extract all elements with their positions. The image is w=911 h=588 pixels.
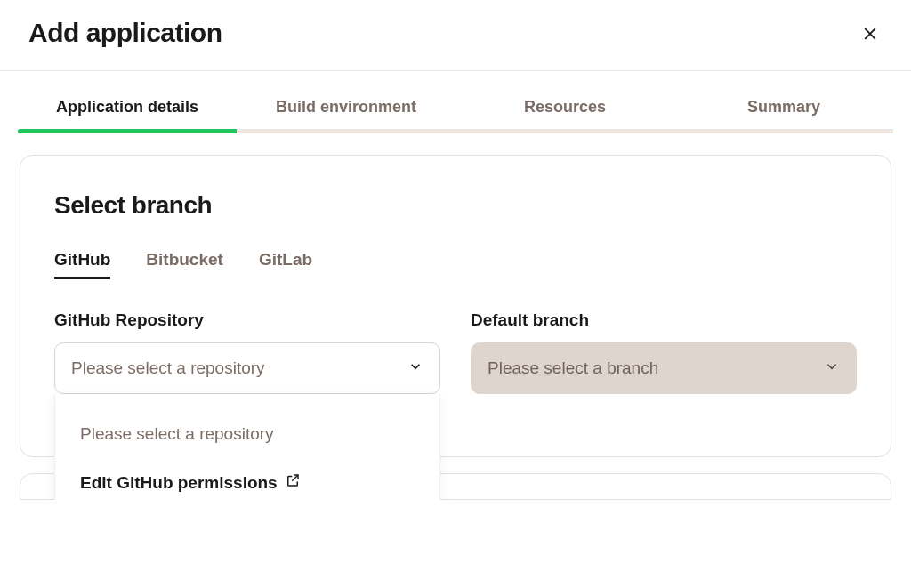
external-link-icon [285, 472, 301, 493]
step-build-environment[interactable]: Build environment [237, 98, 456, 133]
step-bar [674, 129, 893, 133]
select-branch-card: Select branch GitHub Bitbucket GitLab Gi… [20, 155, 891, 457]
step-label: Build environment [276, 98, 416, 129]
step-label: Resources [524, 98, 606, 129]
step-label: Summary [747, 98, 820, 129]
repository-label: GitHub Repository [54, 310, 440, 330]
close-button[interactable] [858, 21, 883, 49]
tab-github[interactable]: GitHub [54, 250, 110, 278]
card-title: Select branch [54, 191, 857, 220]
close-icon [861, 32, 879, 45]
repository-dropdown: Please select a repository Edit GitHub p… [54, 394, 440, 500]
step-bar [456, 129, 674, 133]
step-summary[interactable]: Summary [674, 98, 893, 133]
stepper: Application details Build environment Re… [0, 98, 911, 133]
branch-label: Default branch [471, 310, 857, 330]
repository-select-placeholder: Please select a repository [71, 358, 265, 378]
tab-bitbucket[interactable]: Bitbucket [146, 250, 223, 278]
tab-gitlab[interactable]: GitLab [259, 250, 312, 278]
step-label: Application details [56, 98, 198, 129]
repository-select[interactable]: Please select a repository [54, 342, 440, 394]
step-application-details[interactable]: Application details [18, 98, 237, 133]
branch-select[interactable]: Please select a branch [471, 342, 857, 394]
step-resources[interactable]: Resources [456, 98, 674, 133]
chevron-down-icon [824, 358, 840, 379]
dropdown-placeholder: Please select a repository [55, 414, 439, 455]
provider-tabs: GitHub Bitbucket GitLab [54, 250, 857, 278]
step-bar [237, 129, 456, 133]
step-bar [18, 129, 237, 133]
edit-github-permissions[interactable]: Edit GitHub permissions [55, 462, 439, 500]
modal-title: Add application [28, 18, 222, 48]
branch-select-placeholder: Please select a branch [488, 358, 658, 378]
edit-github-permissions-label: Edit GitHub permissions [80, 473, 278, 493]
chevron-down-icon [407, 358, 423, 379]
